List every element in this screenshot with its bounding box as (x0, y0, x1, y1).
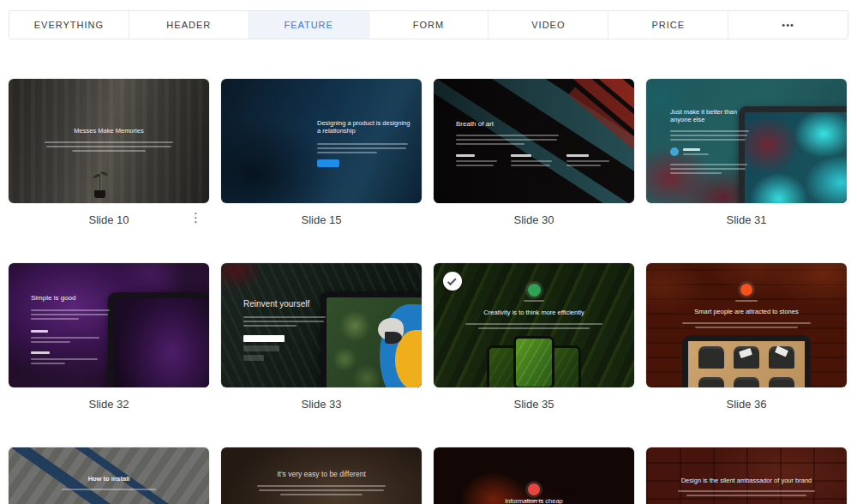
greek-line (456, 160, 497, 162)
greek-line (670, 139, 746, 141)
slide-card-row3-1: How to install (9, 447, 209, 504)
greek-line (695, 327, 798, 328)
greek-line (566, 160, 609, 162)
thumb-title: Reinvent yourself (243, 299, 309, 310)
greek-line (683, 153, 709, 155)
thumb-title: How to install (88, 475, 130, 483)
slide-caption: Slide 32 (9, 387, 209, 447)
slide-label: Slide 35 (514, 398, 554, 411)
column-heading (566, 154, 589, 157)
greek-line (31, 337, 99, 339)
mailbox (769, 377, 794, 387)
tab-video[interactable]: VIDEO (488, 11, 608, 39)
greek-line (317, 143, 408, 145)
slide-label: Slide 15 (302, 213, 342, 226)
slide-caption: Slide 15 (221, 203, 422, 263)
slide-thumbnail-30[interactable]: Breath of art (434, 79, 634, 203)
slide-caption: Slide 31 (646, 203, 847, 263)
column-heading (511, 154, 531, 157)
slide-card-row3-3: Information is cheap (434, 447, 634, 504)
tab-price[interactable]: PRICE (608, 11, 728, 39)
avatar (670, 147, 679, 156)
slide-card-35: Creativity is to think more efficiently … (434, 263, 634, 447)
tablet-mockup (108, 292, 209, 387)
thumb-title: Simple is good (31, 294, 75, 303)
greek-line (735, 300, 758, 302)
tab-feature[interactable]: FEATURE (249, 11, 369, 39)
greek-line (524, 300, 544, 302)
greek-line (31, 314, 108, 315)
form-input (243, 335, 285, 342)
slide-thumbnail-36[interactable]: Smart people are attracted to stones (646, 263, 847, 387)
more-options-icon[interactable]: ⋮ (184, 208, 207, 227)
thumb-title: It's very easy to be different (277, 470, 366, 479)
slide-label: Slide 36 (727, 398, 767, 411)
slide-label: Slide 31 (727, 213, 767, 226)
feature-badge-icon (740, 284, 752, 296)
plant-stem (99, 174, 100, 191)
slide-card-15: Designing a product is designing a relat… (221, 79, 422, 263)
greek-line (456, 139, 557, 141)
tablet-mockup (682, 335, 811, 387)
tablet-screen (327, 297, 422, 387)
overlay (434, 79, 634, 203)
column-heading (456, 154, 475, 157)
greek-line (478, 327, 590, 329)
greek-line (670, 130, 749, 132)
form-button (243, 355, 264, 361)
slide-card-row3-4: Design is the silent ambassador of your … (646, 447, 847, 504)
greek-line (31, 358, 98, 360)
tablet-screen (114, 298, 209, 387)
plant-leaf (100, 171, 108, 176)
tablet-screen (688, 341, 805, 387)
thumb-cta-button (317, 159, 339, 167)
avatar-name (683, 148, 700, 151)
phone-mockup (513, 336, 554, 387)
slide-thumbnail-15[interactable]: Designing a product is designing a relat… (221, 79, 422, 203)
thumb-title: Smart people are attracted to stones (694, 308, 798, 315)
greek-line (670, 164, 747, 165)
slide-thumbnail[interactable]: It's very easy to be different (221, 447, 422, 504)
tab-form[interactable]: FORM (369, 11, 488, 39)
slide-card-30: Breath of art Slide 30 (434, 79, 634, 263)
greek-line (72, 150, 146, 152)
greek-line (31, 309, 110, 311)
slide-label: Slide 33 (302, 398, 342, 411)
greek-line (456, 143, 524, 145)
greek-line (62, 489, 156, 490)
greek-line (670, 135, 747, 136)
slide-caption: Slide 33 (221, 387, 422, 447)
greek-line (31, 318, 79, 320)
slide-card-row3-2: It's very easy to be different (221, 447, 422, 504)
greek-line (45, 141, 173, 143)
slide-label: Slide 30 (514, 213, 554, 226)
template-grid: Messes Make Memories Slide 10 ⋮ Designin… (0, 79, 857, 504)
mailbox (734, 377, 759, 387)
slide-thumbnail-31[interactable]: Just make it better than anyone else (646, 79, 847, 203)
greek-line (46, 146, 171, 147)
slide-thumbnail-33[interactable]: Reinvent yourself (221, 263, 422, 387)
greek-line (243, 325, 297, 327)
tab-everything[interactable]: EVERYTHING (9, 11, 129, 39)
slide-thumbnail-35[interactable]: Creativity is to think more efficiently (434, 263, 634, 387)
slide-thumbnail-32[interactable]: Simple is good (9, 263, 209, 387)
greek-line (243, 316, 326, 318)
slide-thumbnail[interactable]: Information is cheap (434, 447, 634, 504)
slide-caption: Slide 35 (434, 387, 634, 447)
tab-more[interactable]: ••• (728, 11, 848, 39)
greek-line (465, 323, 602, 325)
slide-label: Slide 32 (89, 398, 129, 411)
greek-line (317, 152, 377, 153)
section-heading (31, 330, 48, 333)
greek-line (456, 165, 494, 166)
selected-check-icon[interactable] (443, 272, 462, 291)
form-field (243, 345, 279, 351)
feature-badge-icon (528, 284, 541, 297)
thumb-title: Messes Make Memories (74, 127, 143, 135)
greek-line (31, 341, 70, 343)
slide-thumbnail[interactable]: Design is the silent ambassador of your … (646, 447, 847, 504)
greek-line (243, 321, 324, 322)
tab-header[interactable]: HEADER (129, 11, 249, 39)
slide-thumbnail-10[interactable]: Messes Make Memories (9, 79, 209, 203)
slide-thumbnail[interactable]: How to install (9, 447, 209, 504)
